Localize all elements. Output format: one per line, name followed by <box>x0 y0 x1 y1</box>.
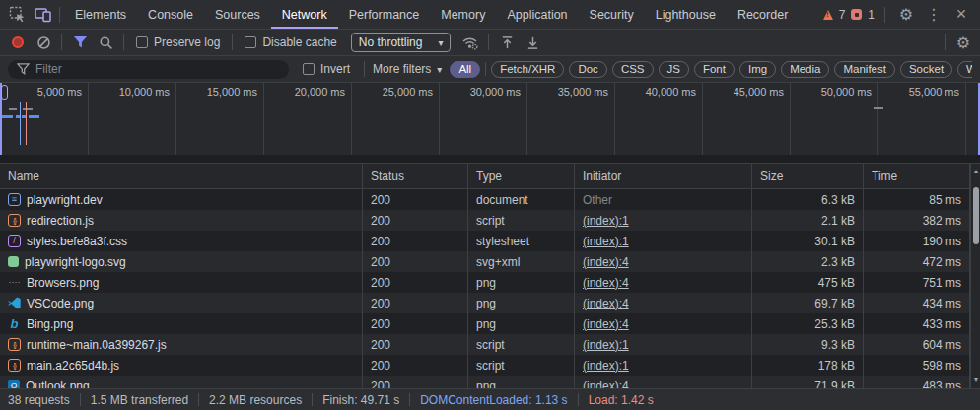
request-name-cell[interactable]: ≡playwright.dev <box>0 189 363 210</box>
invert-checkbox[interactable] <box>303 63 315 75</box>
divider <box>485 62 486 76</box>
filter-pill-css[interactable]: CSS <box>612 61 654 78</box>
filter-pill-all[interactable]: All <box>450 61 480 78</box>
scrollbar-thumb[interactable] <box>973 187 979 244</box>
request-name-cell[interactable]: bBing.png <box>0 313 363 334</box>
request-time-cell: 483 ms <box>864 376 970 388</box>
filter-pill-doc[interactable]: Doc <box>569 61 606 78</box>
request-name-cell[interactable]: {}redirection.js <box>0 210 363 231</box>
close-icon[interactable]: × <box>950 4 972 26</box>
issue-count[interactable]: 1 <box>868 8 875 22</box>
table-row[interactable]: ≡playwright.dev200documentOther6.3 kB85 … <box>0 189 980 210</box>
column-header-time[interactable]: Time <box>864 164 970 188</box>
filter-pill-media[interactable]: Media <box>781 61 829 78</box>
request-name-cell[interactable]: /styles.befe8a3f.css <box>0 231 363 251</box>
disable-cache-toggle[interactable]: Disable cache <box>239 35 342 49</box>
filter-pill-img[interactable]: Img <box>739 61 776 78</box>
request-name-cell[interactable]: ····Browsers.png <box>0 272 363 293</box>
tab-recorder[interactable]: Recorder <box>727 0 799 29</box>
tab-network[interactable]: Network <box>271 0 338 29</box>
warning-count[interactable]: 7 <box>839 8 846 22</box>
tab-memory[interactable]: Memory <box>430 0 496 29</box>
tab-console[interactable]: Console <box>137 0 204 29</box>
initiator-link[interactable]: (index):1 <box>583 359 629 373</box>
divider <box>80 393 81 406</box>
request-name-cell[interactable]: {}main.a2c65d4b.js <box>0 355 363 376</box>
request-name-cell[interactable]: VSCode.png <box>0 293 363 313</box>
search-button[interactable] <box>94 32 117 53</box>
document-icon: ≡ <box>8 193 21 206</box>
request-name: styles.befe8a3f.css <box>27 235 127 248</box>
filter-pill-socket[interactable]: Socket <box>900 61 952 78</box>
table-row[interactable]: bBing.png200png(index):425.3 kB433 ms <box>0 313 980 334</box>
filter-pill-fetch-xhr[interactable]: Fetch/XHR <box>491 61 564 78</box>
filter-toggle-button[interactable] <box>68 32 92 53</box>
tab-security[interactable]: Security <box>579 0 645 29</box>
initiator-link[interactable]: (index):4 <box>583 297 629 310</box>
filter-input[interactable] <box>8 60 289 79</box>
menu-kebab-icon[interactable]: ⋮ <box>923 4 945 26</box>
initiator-link[interactable]: (index):1 <box>583 235 629 248</box>
table-row[interactable]: VSCode.png200png(index):469.7 kB434 ms <box>0 293 980 313</box>
record-button[interactable] <box>6 32 30 53</box>
column-header-initiator[interactable]: Initiator <box>575 164 752 188</box>
request-name-cell[interactable]: playwright-logo.svg <box>0 251 363 272</box>
initiator-link[interactable]: (index):4 <box>583 276 629 290</box>
table-row[interactable]: {}redirection.js200script(index):12.1 kB… <box>0 210 980 231</box>
request-initiator-cell: (index):1 <box>575 334 752 355</box>
device-toolbar-icon[interactable] <box>30 3 55 27</box>
preserve-log-checkbox[interactable] <box>136 36 148 48</box>
overview-drag-handle[interactable] <box>1 85 8 100</box>
export-har-button[interactable] <box>521 32 544 53</box>
table-row[interactable]: ····Browsers.png200png(index):4475 kB751… <box>0 272 980 293</box>
filter-pill-wasm[interactable]: Wasm <box>957 61 972 78</box>
request-name-cell[interactable]: OOutlook.png <box>0 376 363 388</box>
request-name: playwright-logo.svg <box>25 255 126 269</box>
disable-cache-checkbox[interactable] <box>245 36 256 48</box>
throttling-value: No throttling <box>359 35 423 49</box>
filter-pill-js[interactable]: JS <box>659 61 689 78</box>
column-header-name[interactable]: Name <box>0 164 363 188</box>
warning-icon[interactable] <box>823 10 833 20</box>
network-conditions-button[interactable] <box>458 32 482 53</box>
settings-gear-icon[interactable]: ⚙ <box>895 4 917 26</box>
import-har-button[interactable] <box>495 32 519 53</box>
request-name-cell[interactable]: {}runtime~main.0a399267.js <box>0 334 363 355</box>
table-scrollbar[interactable]: ▲ ▼ <box>970 164 980 388</box>
table-row[interactable]: {}runtime~main.0a399267.js200script(inde… <box>0 334 980 355</box>
tab-performance[interactable]: Performance <box>338 0 431 29</box>
issues-icon[interactable] <box>851 9 862 20</box>
more-filters-button[interactable]: More filters ▾ <box>373 62 442 76</box>
table-row[interactable]: /styles.befe8a3f.css200stylesheet(index)… <box>0 231 980 251</box>
tab-sources[interactable]: Sources <box>204 0 271 29</box>
filter-pill-font[interactable]: Font <box>694 61 735 78</box>
table-row[interactable]: playwright-logo.svg200svg+xml(index):42.… <box>0 251 980 272</box>
tab-elements[interactable]: Elements <box>64 0 137 29</box>
column-header-status[interactable]: Status <box>363 164 468 188</box>
throttling-select[interactable]: No throttling ▾ <box>351 33 452 52</box>
column-header-type[interactable]: Type <box>468 164 575 188</box>
invert-toggle[interactable]: Invert <box>297 62 356 76</box>
request-time-cell: 598 ms <box>864 355 970 376</box>
initiator-link[interactable]: (index):4 <box>583 379 629 389</box>
column-header-size[interactable]: Size <box>752 164 864 188</box>
request-type-cell: script <box>468 355 575 376</box>
tab-lighthouse[interactable]: Lighthouse <box>645 0 727 29</box>
request-time-cell: 85 ms <box>864 189 970 210</box>
scrollbar-down-arrow-icon[interactable]: ▼ <box>971 375 980 386</box>
preserve-log-toggle[interactable]: Preserve log <box>130 35 226 49</box>
clear-button[interactable] <box>32 32 55 53</box>
network-settings-gear-icon[interactable]: ⚙ <box>952 32 974 53</box>
network-overview-timeline[interactable]: 5,000 ms10,000 ms15,000 ms20,000 ms25,00… <box>0 83 980 164</box>
table-row[interactable]: OOutlook.png200png(index):471.9 kB483 ms <box>0 376 980 388</box>
initiator-link[interactable]: (index):4 <box>583 255 629 269</box>
initiator-link[interactable]: (index):1 <box>583 214 629 228</box>
table-row[interactable]: {}main.a2c65d4b.js200script(index):1178 … <box>0 355 980 376</box>
tab-application[interactable]: Application <box>496 0 578 29</box>
filter-pill-manifest[interactable]: Manifest <box>834 61 894 78</box>
inspect-icon[interactable] <box>4 3 30 27</box>
timeline-tick-label: 35,000 ms <box>526 86 608 98</box>
initiator-link[interactable]: (index):1 <box>583 338 629 352</box>
initiator-link[interactable]: (index):4 <box>583 317 629 331</box>
scrollbar-up-arrow-icon[interactable]: ▲ <box>971 166 980 177</box>
